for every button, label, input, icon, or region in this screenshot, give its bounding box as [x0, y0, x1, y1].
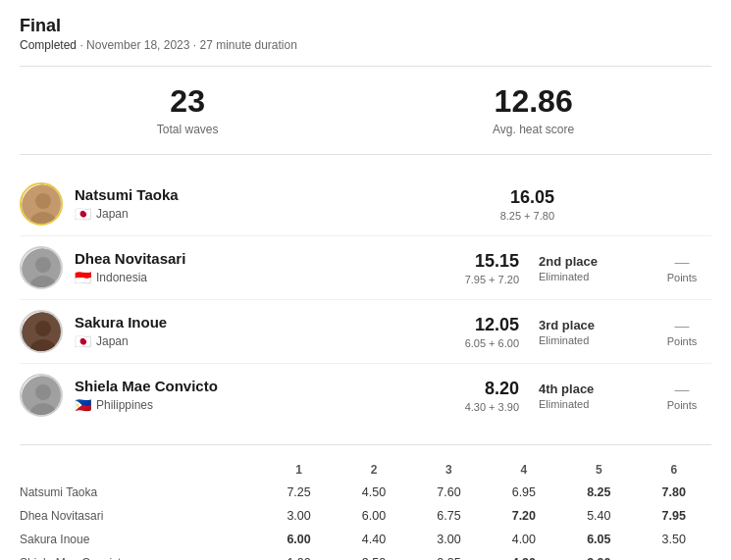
score-cell: 6.75 — [411, 504, 486, 528]
placement-section: 4th place Eliminated — [539, 382, 637, 410]
country-name: Philippines — [96, 398, 153, 412]
score-cell: 6.00 — [337, 504, 411, 528]
athlete-info: Natsumi Taoka 🇯🇵 Japan — [75, 186, 466, 222]
points-label: Points — [653, 272, 711, 283]
main-score: 16.05 — [466, 187, 554, 208]
flag-icon: 🇮🇩 — [75, 270, 91, 285]
athlete-country: 🇯🇵 Japan — [75, 206, 466, 222]
score-cell: 4.40 — [337, 528, 411, 551]
avg-heat-score-value: 12.86 — [493, 84, 574, 119]
score-table-row: Shiela Mae Convicto1.002.500.854.303.90 — [20, 551, 711, 560]
score-table-athlete-name: Natsumi Taoka — [20, 481, 261, 504]
placement-label: 2nd place — [539, 254, 637, 269]
athlete-info: Dhea Novitasari 🇮🇩 Indonesia — [75, 250, 431, 285]
score-cell: 3.90 — [561, 551, 636, 560]
flag-icon: 🇵🇭 — [75, 397, 91, 413]
score-cell: 7.80 — [637, 481, 711, 504]
score-cell: 0.85 — [411, 551, 486, 560]
sub-scores: 4.30 + 3.90 — [431, 401, 519, 413]
score-table-row: Natsumi Taoka7.254.507.606.958.257.80 — [20, 481, 711, 504]
score-cell — [637, 551, 711, 560]
score-table-col-header: 3 — [411, 459, 486, 481]
avatar — [20, 310, 63, 353]
score-cell: 2.50 — [337, 551, 411, 560]
subtitle: Completed · November 18, 2023 · 27 minut… — [20, 38, 711, 52]
athlete-row: Shiela Mae Convicto 🇵🇭 Philippines 8.20 … — [20, 364, 711, 427]
athlete-score-section: 16.05 8.25 + 7.80 — [466, 187, 554, 222]
athlete-name: Shiela Mae Convicto — [75, 378, 431, 394]
score-table-col-header: 6 — [637, 459, 711, 481]
country-name: Japan — [96, 334, 129, 348]
score-cell: 6.95 — [487, 481, 561, 504]
athlete-score-section: 12.05 6.05 + 6.00 — [431, 315, 519, 349]
avg-heat-score-stat: 12.86 Avg. heat score — [493, 84, 574, 136]
event-date: November 18, 2023 — [86, 38, 189, 52]
points-dash: — — [653, 253, 711, 270]
page-title: Final — [20, 16, 711, 36]
athlete-row: Dhea Novitasari 🇮🇩 Indonesia 15.15 7.95 … — [20, 236, 711, 300]
header-divider — [20, 66, 711, 67]
points-label: Points — [653, 335, 711, 347]
score-cell: 5.40 — [561, 504, 636, 528]
score-cell: 3.50 — [637, 528, 711, 551]
placement-section: 2nd place Eliminated — [539, 254, 637, 282]
avatar — [20, 374, 63, 417]
score-cell: 3.00 — [261, 504, 336, 528]
athlete-score-section: 15.15 7.95 + 7.20 — [431, 251, 519, 285]
score-table: 123456Natsumi Taoka7.254.507.606.958.257… — [20, 459, 711, 560]
score-cell: 7.25 — [261, 481, 336, 504]
score-cell: 8.25 — [561, 481, 636, 504]
status-badge: Completed — [20, 38, 77, 52]
score-cell: 3.00 — [411, 528, 486, 551]
avg-heat-score-label: Avg. heat score — [493, 123, 574, 136]
avatar — [20, 182, 63, 226]
svg-point-10 — [35, 384, 51, 400]
svg-point-7 — [35, 321, 51, 336]
placement-status: Eliminated — [539, 271, 637, 282]
athlete-name: Dhea Novitasari — [75, 250, 431, 267]
score-table-col-header: 5 — [561, 459, 636, 481]
score-table-col-header: 4 — [487, 459, 561, 481]
points-section: — Points — [653, 253, 711, 283]
score-table-row: Dhea Novitasari3.006.006.757.205.407.95 — [20, 504, 711, 528]
points-dash: — — [653, 317, 711, 333]
athletes-section: Natsumi Taoka 🇯🇵 Japan 16.05 8.25 + 7.80… — [20, 173, 711, 427]
score-table-athlete-name: Sakura Inoue — [20, 528, 261, 551]
score-table-row: Sakura Inoue6.004.403.004.006.053.50 — [20, 528, 711, 551]
athlete-name: Sakura Inoue — [75, 314, 431, 331]
score-table-athlete-name: Shiela Mae Convicto — [20, 551, 261, 560]
points-section: — Points — [653, 317, 711, 347]
flag-icon: 🇯🇵 — [75, 333, 91, 349]
score-table-section: 123456Natsumi Taoka7.254.507.606.958.257… — [20, 444, 711, 560]
sub-scores: 6.05 + 6.00 — [431, 337, 519, 349]
athlete-country: 🇮🇩 Indonesia — [75, 270, 431, 285]
main-score: 15.15 — [431, 251, 519, 272]
total-waves-label: Total waves — [157, 123, 219, 136]
flag-icon: 🇯🇵 — [75, 206, 91, 222]
athlete-row: Natsumi Taoka 🇯🇵 Japan 16.05 8.25 + 7.80 — [20, 173, 711, 236]
score-cell: 4.50 — [337, 481, 411, 504]
total-waves-stat: 23 Total waves — [157, 84, 219, 136]
country-name: Japan — [96, 207, 129, 221]
placement-status: Eliminated — [539, 334, 637, 346]
stats-row: 23 Total waves 12.86 Avg. heat score — [20, 84, 711, 155]
sub-scores: 8.25 + 7.80 — [466, 210, 554, 222]
main-score: 12.05 — [431, 315, 519, 335]
points-label: Points — [653, 399, 711, 411]
score-table-col-header: 1 — [261, 459, 336, 481]
placement-section: 3rd place Eliminated — [539, 318, 637, 346]
athlete-info: Shiela Mae Convicto 🇵🇭 Philippines — [75, 378, 431, 413]
points-section: — Points — [653, 381, 711, 411]
svg-point-4 — [35, 257, 51, 273]
score-table-athlete-name: Dhea Novitasari — [20, 504, 261, 528]
placement-label: 4th place — [539, 382, 637, 396]
athlete-info: Sakura Inoue 🇯🇵 Japan — [75, 314, 431, 349]
score-cell: 6.05 — [561, 528, 636, 551]
total-waves-value: 23 — [157, 84, 219, 119]
points-dash: — — [653, 381, 711, 397]
score-cell: 4.00 — [487, 528, 561, 551]
score-cell: 7.20 — [487, 504, 561, 528]
athlete-country: 🇯🇵 Japan — [75, 333, 431, 349]
placement-label: 3rd place — [539, 318, 637, 332]
score-table-col-header: 2 — [337, 459, 411, 481]
